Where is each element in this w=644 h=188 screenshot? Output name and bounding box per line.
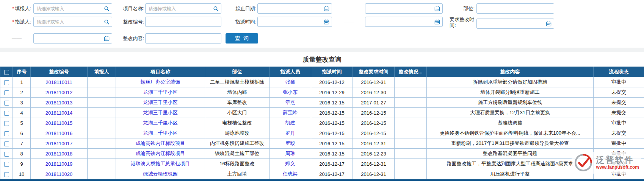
cell-seq: 9 [13,159,31,169]
cell-project-link[interactable]: 螺丝厂办公室装饰 [116,77,205,87]
cell-assignee-link[interactable]: 罗毅 [270,138,311,149]
table-row: 6 2018110016 龙湖三千里小区 游泳池整改 罗丹 2016-12-15… [0,128,644,138]
calendar-icon[interactable] [434,6,440,11]
cell-assign-date: 2016-12-15 [311,138,353,149]
col-header-location: 部位 [205,67,270,77]
row-checkbox[interactable] [4,172,9,177]
cell-project-link[interactable]: 港珠澳大桥施工总承包项目 [116,159,205,169]
search-button[interactable]: 查询 [226,33,258,44]
calendar-icon[interactable] [324,6,329,11]
results-table-wrap: 序号 整改编号 填报人 项目名称 部位 指派人员 指派时间 整改要求时间 整改情… [0,67,644,181]
search-icon[interactable] [104,19,110,25]
row-checkbox-cell [0,87,13,98]
row-checkbox[interactable] [4,90,9,95]
cell-seq: 1 [13,77,31,87]
table-row: 8 2018110018 成渝高铁内江标段项目 铁轨混凝土施工部位 周琳 201… [0,149,644,159]
cell-assignee-link[interactable]: 章燕 [270,98,311,108]
cell-assign-date: 2016-12-15 [311,108,353,118]
calendar-icon[interactable] [104,36,110,41]
search-icon[interactable] [104,6,110,11]
row-checkbox[interactable] [4,80,9,85]
cell-assignee-link[interactable]: 任晓渠 [270,169,311,179]
cell-assignee-link[interactable]: 郑义 [270,159,311,169]
cell-project-link[interactable]: 龙湖三千里小区 [116,87,205,98]
cell-code-link[interactable]: 2018110019 [31,159,88,169]
select-all-checkbox[interactable] [4,70,9,75]
cell-seq: 3 [13,98,31,108]
row-checkbox[interactable] [4,141,9,146]
select-all-cell [0,67,13,77]
row-checkbox[interactable] [4,152,9,157]
location-input[interactable] [477,4,554,13]
assign-time-start-field [257,17,332,27]
calendar-icon[interactable] [324,19,329,25]
cell-require-date: 2016-12-15 [353,128,395,138]
assign-time-end-input[interactable] [365,17,442,26]
section-divider [0,48,644,52]
cell-reporter [88,138,116,149]
cell-code-link[interactable]: 2018110013 [31,98,88,108]
cell-status: 审批中 [594,118,644,128]
cell-code-link[interactable]: 2018110012 [31,87,88,98]
table-row: 5 2018110015 龙湖三千里小区 电梯槽位整改 胡建 2016-12-1… [0,118,644,128]
cell-project-link[interactable]: 绿城云栖玫瑰园 [116,169,205,179]
cell-project-link[interactable]: 龙湖三千里小区 [116,98,205,108]
table-row: 10 2018110020 绿城云栖玫瑰园 土方回填 任晓渠 2016-12-1… [0,169,644,179]
cell-assignee-link[interactable]: 薛宝峰 [270,108,311,118]
cell-project-link[interactable]: 龙湖三千里小区 [116,118,205,128]
row-checkbox-cell [0,128,13,138]
cell-code-link[interactable]: 2018110015 [31,118,88,128]
row-checkbox-cell [0,77,13,87]
cell-project-link[interactable]: 龙湖三千里小区 [116,128,205,138]
fanpu-logo-text: 泛普软件 www.fanpusoft.com [596,155,639,170]
reporter-input[interactable] [34,4,112,13]
col-header-assign-date: 指派时间 [311,67,353,77]
cell-project-link[interactable]: 龙湖三千里小区 [116,108,205,118]
table-header: 序号 整改编号 填报人 项目名称 部位 指派人员 指派时间 整改要求时间 整改情… [0,67,644,77]
row-checkbox[interactable] [4,162,9,167]
require-time-input[interactable] [477,19,554,28]
search-icon[interactable] [213,6,219,11]
cell-code-link[interactable]: 2018110011 [31,77,88,87]
cell-assign-date: 2016-12-15 [311,118,353,128]
require-time-end-input[interactable] [34,34,112,43]
rectify-code-input[interactable] [146,17,221,26]
results-table: 序号 整改编号 填报人 项目名称 部位 指派人员 指派时间 整改要求时间 整改情… [0,67,644,179]
cell-code-link[interactable]: 2018110014 [31,108,88,118]
cell-location: 内江机务段房建施工整改 [205,138,270,149]
cell-code-link[interactable]: 2018110018 [31,149,88,159]
cell-code-link[interactable]: 2018110017 [31,138,88,149]
assigner-input[interactable] [34,17,112,26]
cell-assignee-link[interactable]: 胡建 [270,118,311,128]
table-row: 2 2018110012 龙湖三千里小区 墙体内部 张小东 2016-12-29… [0,87,644,98]
row-checkbox[interactable] [4,121,9,126]
cell-situation [395,108,427,118]
cell-location: 铁轨混凝土施工部位 [205,149,270,159]
cell-status: 未提交 [594,98,644,108]
cell-require-date: 2016-12-31 [353,77,395,87]
date-range-start-input[interactable] [258,4,332,13]
cell-project-link[interactable]: 成渝高铁内江标段项目 [116,138,205,149]
calendar-icon[interactable] [546,21,552,26]
assign-time-start-input[interactable] [258,17,332,26]
cell-assignee-link[interactable]: 周琳 [270,149,311,159]
cell-code-link[interactable]: 2018110016 [31,128,88,138]
cell-assignee-link[interactable]: 张鑫 [270,77,311,87]
date-range-start-field [257,3,332,14]
date-range-end-input[interactable] [365,4,442,13]
cell-assignee-link[interactable]: 张小东 [270,87,311,98]
row-checkbox-cell [0,169,13,179]
cell-assignee-link[interactable]: 罗丹 [270,128,311,138]
cell-code-link[interactable]: 2018110020 [31,169,88,179]
cell-content: 重新粉刷，2017年1月31日接受铁道部领导质量大检查 [427,138,594,149]
calendar-icon[interactable] [434,19,440,25]
project-name-input[interactable] [146,4,221,13]
rectify-content-input[interactable] [146,34,221,43]
cell-situation [395,98,427,108]
row-checkbox[interactable] [4,131,9,136]
row-checkbox[interactable] [4,101,9,106]
rectify-code-label: 整改编号: [114,17,144,27]
row-checkbox[interactable] [4,111,9,116]
cell-situation [395,138,427,149]
cell-project-link[interactable]: 成渝高铁内江标段项目 [116,149,205,159]
